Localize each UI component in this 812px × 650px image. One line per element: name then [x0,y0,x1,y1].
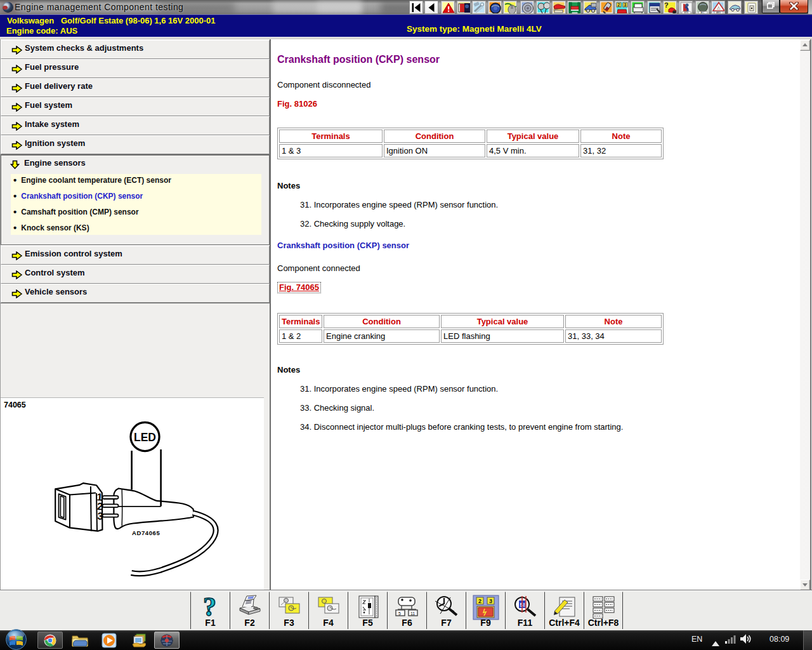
svg-text:LED: LED [134,431,156,444]
svg-text:ABS: ABS [716,11,721,14]
svg-text:5: 5 [398,611,401,616]
svg-text:3: 3 [489,598,492,604]
svg-text:⚠: ⚠ [717,6,721,10]
svg-text:SRS: SRS [684,11,689,14]
svg-text:?: ? [664,1,669,9]
svg-text:A/C: A/C [701,11,705,14]
svg-text:2: 2 [478,598,481,604]
svg-text:?: ? [203,595,216,620]
svg-text:3: 3 [624,3,627,7]
svg-text:11: 11 [410,611,415,616]
svg-text:AD74065: AD74065 [132,529,160,536]
svg-text:2: 2 [618,3,620,7]
